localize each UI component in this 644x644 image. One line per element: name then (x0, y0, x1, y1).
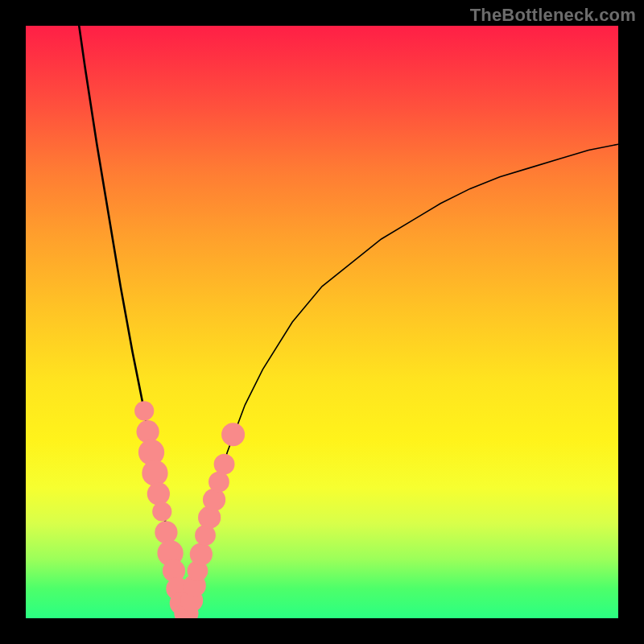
data-marker (147, 482, 170, 505)
data-marker (142, 460, 167, 486)
data-marker (214, 454, 235, 475)
curve-right (188, 144, 618, 615)
data-marker (134, 401, 154, 420)
data-marker (155, 521, 177, 543)
chart-overlay (26, 26, 618, 618)
plot-area (26, 26, 618, 618)
watermark-text: TheBottleneck.com (470, 5, 636, 26)
data-marker (221, 423, 245, 446)
data-markers (134, 401, 245, 618)
data-marker (208, 472, 229, 493)
data-marker (190, 543, 213, 565)
chart-frame: TheBottleneck.com (0, 0, 644, 644)
data-marker (137, 420, 159, 443)
data-marker (152, 502, 171, 521)
